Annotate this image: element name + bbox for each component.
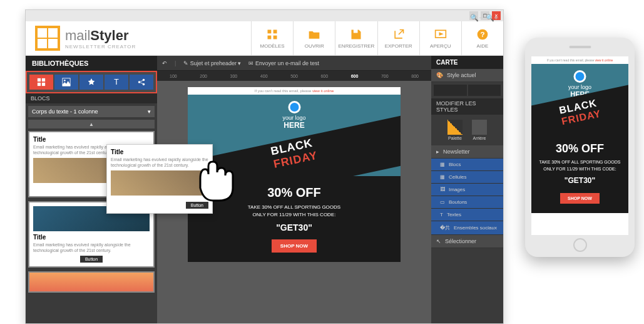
block-template[interactable]: [28, 271, 155, 293]
titlebar: − □ ×: [26, 10, 503, 21]
email-body: 30% OFF TAKE 30% OFF ALL SPORTING GOODSO…: [188, 176, 401, 262]
export-button[interactable]: EXPORTER: [377, 21, 419, 55]
shop-now-button[interactable]: SHOP NOW: [272, 239, 317, 253]
preview-button[interactable]: APERÇU: [419, 21, 461, 55]
svg-text:T: T: [114, 78, 119, 86]
selectionner-row[interactable]: ↖ Sélectionner: [431, 235, 503, 248]
phone-preview: If you can't read this email, please vie…: [525, 38, 635, 257]
zoom-out-button[interactable]: 🔍−: [470, 14, 483, 22]
zoom-in-button[interactable]: 🔍+: [486, 14, 498, 22]
svg-rect-3: [273, 35, 277, 39]
library-tabs: T: [26, 71, 157, 93]
phone-screen: If you can't read this email, please vie…: [531, 56, 628, 235]
header: mailStyler NEWSLETTER CREATOR MODÈLES OU…: [26, 21, 503, 56]
svg-rect-0: [268, 29, 272, 33]
svg-point-12: [64, 80, 66, 81]
collapse-button[interactable]: ▲: [28, 120, 155, 128]
zoom-controls: 🔍− 🔍+: [470, 10, 498, 25]
shop-now-button[interactable]: SHOP NOW: [560, 193, 600, 204]
carte-title: CARTE: [431, 56, 503, 69]
svg-rect-10: [42, 83, 45, 86]
palette-row: Palette Arrière: [431, 115, 503, 145]
open-button[interactable]: OUVRIR: [293, 21, 335, 55]
send-test-button[interactable]: ✉ Envoyer un e-mail de test: [248, 60, 319, 66]
main-toolbar: MODÈLES OUVRIR ENREGISTRER EXPORTER APER…: [251, 21, 503, 55]
svg-rect-7: [38, 78, 41, 81]
svg-rect-9: [38, 83, 41, 86]
save-button[interactable]: ENREGISTRER: [335, 21, 377, 55]
tree-boutons[interactable]: ▭ Boutons: [431, 196, 503, 209]
svg-text:?: ?: [480, 30, 484, 38]
models-button[interactable]: MODÈLES: [251, 21, 293, 55]
logo-subtitle: NEWSLETTER CREATOR: [65, 44, 136, 50]
tab-styles[interactable]: [79, 75, 103, 90]
svg-point-14: [138, 81, 141, 83]
svg-rect-1: [273, 29, 277, 33]
undo-button[interactable]: ↶: [162, 60, 167, 66]
block-image: [111, 170, 208, 196]
email-preview-bar: If you can't read this email, please vie…: [188, 87, 401, 95]
ruler: 100200300400500600600700800: [157, 71, 431, 81]
dragging-block[interactable]: Title Email marketing has evolved rapidl…: [106, 144, 213, 214]
background-button[interactable]: Arrière: [472, 120, 487, 140]
tab-blocks[interactable]: [29, 75, 53, 90]
block-image: [29, 273, 153, 291]
tree-cellules[interactable]: ▦ Cellules: [431, 171, 503, 184]
app-window: − □ × mailStyler NEWSLETTER CREATOR MODÈ…: [25, 9, 504, 324]
tab-images[interactable]: [54, 75, 78, 90]
logo-circle-icon: [288, 101, 300, 113]
logo-circle-icon: [574, 70, 586, 83]
tree-social[interactable]: �共 Ensembles sociaux: [431, 221, 503, 235]
blocs-label: BLOCS: [26, 93, 157, 103]
tree-images[interactable]: 🖼 Images: [431, 184, 503, 196]
phone-speaker: [569, 46, 591, 48]
help-button[interactable]: ?AIDE: [461, 21, 503, 55]
tree-newsletter[interactable]: ▸ Newsletter: [431, 145, 503, 159]
delete-style-button[interactable]: [468, 85, 501, 96]
chevron-down-icon: ▾: [148, 108, 151, 115]
tree-blocs[interactable]: ▦ Blocs: [431, 159, 503, 171]
logo: mailStyler NEWSLETTER CREATOR: [26, 21, 251, 55]
email-hero: your logo HERE BLACKFRIDAY: [188, 95, 401, 176]
sidebar-right: CARTE 🎨 Style actuel MODIFIER LES STYLES…: [431, 56, 503, 323]
palette-button[interactable]: Palette: [447, 120, 463, 140]
logo-text: mailStyler: [65, 28, 136, 44]
email-preview[interactable]: If you can't read this email, please vie…: [188, 87, 401, 262]
tab-text[interactable]: T: [105, 75, 128, 90]
subject-button[interactable]: ✎ Sujet et preheader ▾: [183, 60, 241, 66]
modifier-label: MODIFIER LES STYLES: [431, 98, 503, 115]
logo-icon: [35, 26, 60, 51]
canvas-toolbar: ↶ | ✎ Sujet et preheader ▾ ✉ Envoyer un …: [157, 56, 431, 71]
save-style-button[interactable]: [434, 85, 467, 96]
email-logo: your logo HERE: [282, 101, 305, 130]
libraries-title: BIBLIOTHÈQUES: [26, 56, 157, 71]
workspace: BIBLIOTHÈQUES T BLOCS Corps du texte - 1…: [26, 56, 503, 323]
tree-textes[interactable]: T Textes: [431, 209, 503, 221]
block-type-dropdown[interactable]: Corps du texte - 1 colonne▾: [28, 106, 155, 117]
svg-rect-8: [42, 78, 45, 81]
style-dropdown[interactable]: 🎨 Style actuel: [431, 69, 503, 82]
phone-home-button: [573, 238, 587, 252]
svg-rect-2: [268, 35, 272, 39]
tab-social[interactable]: [130, 75, 153, 90]
